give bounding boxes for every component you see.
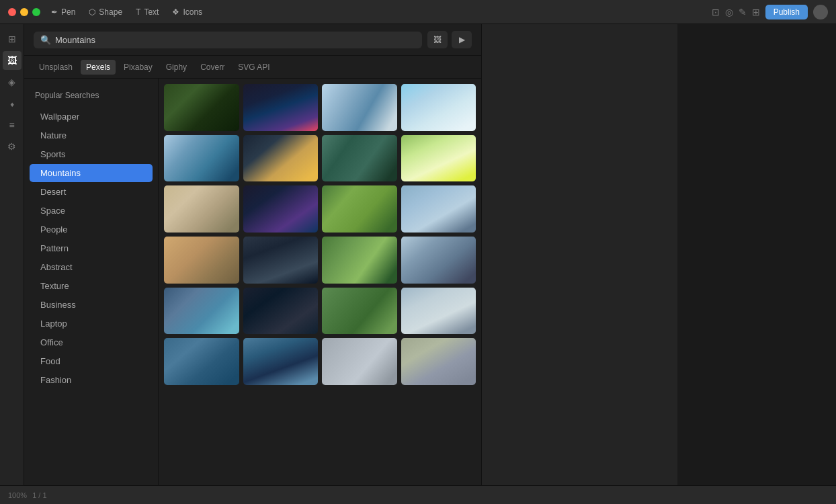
main-layout: ⊞ 🖼 ◈ ⬧ ≡ ⚙ 🔍 🖼 ▶ Unsplash Pexels Pixaba… xyxy=(0,24,836,504)
cat-texture[interactable]: Texture xyxy=(30,277,153,295)
tab-pexels[interactable]: Pexels xyxy=(81,60,116,75)
bottom-bar: 100% 1 / 1 xyxy=(0,485,836,504)
cat-abstract[interactable]: Abstract xyxy=(30,258,153,276)
search-input-wrap[interactable]: 🔍 xyxy=(34,32,422,48)
zoom-level: 100% xyxy=(8,491,27,499)
tool-pen-label: Pen xyxy=(61,7,75,17)
image-item[interactable] xyxy=(243,338,319,385)
image-item[interactable] xyxy=(401,338,476,385)
image-item[interactable] xyxy=(164,84,239,131)
tab-giphy[interactable]: Giphy xyxy=(161,60,192,75)
toolbar-tools: ✒ Pen ⬡ Shape T Text ❖ Icons xyxy=(51,7,701,17)
cat-mountains[interactable]: Mountains xyxy=(30,164,153,182)
categories-sidebar: Popular Searches Wallpaper Nature Sports… xyxy=(24,79,159,504)
image-grid xyxy=(164,84,476,385)
filter-video-button[interactable]: ▶ xyxy=(452,31,472,48)
cat-sports[interactable]: Sports xyxy=(30,145,153,163)
avatar[interactable] xyxy=(813,5,828,19)
cat-business[interactable]: Business xyxy=(30,296,153,314)
image-item[interactable] xyxy=(164,185,239,233)
tool-shape-label: Shape xyxy=(99,7,122,17)
search-input[interactable] xyxy=(55,35,415,45)
media-panel: 🔍 🖼 ▶ Unsplash Pexels Pixabay Giphy Cove… xyxy=(24,24,481,504)
cat-people[interactable]: People xyxy=(30,220,153,239)
image-item[interactable] xyxy=(401,84,476,131)
cat-food[interactable]: Food xyxy=(30,352,153,370)
image-item[interactable] xyxy=(401,135,476,182)
filter-buttons: 🖼 ▶ xyxy=(427,31,472,48)
filter-image-button[interactable]: 🖼 xyxy=(427,31,448,48)
text-icon: T xyxy=(136,7,140,17)
cat-laptop[interactable]: Laptop xyxy=(30,314,153,333)
source-tabs: Unsplash Pexels Pixabay Giphy Coverr SVG… xyxy=(24,56,481,79)
pen-icon: ✒ xyxy=(51,7,58,17)
toolbar-icon-1[interactable]: ⊡ xyxy=(712,7,720,17)
image-item[interactable] xyxy=(401,185,476,233)
image-item[interactable] xyxy=(322,237,397,284)
tool-components[interactable]: ◈ xyxy=(3,73,22,91)
image-item[interactable] xyxy=(243,84,319,131)
tab-unsplash[interactable]: Unsplash xyxy=(34,60,78,75)
image-item[interactable] xyxy=(322,288,397,335)
popular-searches-title: Popular Searches xyxy=(24,87,158,107)
maximize-button[interactable] xyxy=(32,8,40,16)
traffic-lights xyxy=(8,8,40,16)
icons-icon: ❖ xyxy=(172,7,179,17)
tool-text-label: Text xyxy=(144,7,159,17)
publish-button[interactable]: Publish xyxy=(765,5,808,19)
image-item[interactable] xyxy=(322,338,397,385)
image-item[interactable] xyxy=(243,185,319,233)
toolbar-icon-2[interactable]: ◎ xyxy=(725,7,733,17)
toolbar-right: ⊡ ◎ ✎ ⊞ Publish xyxy=(712,5,828,19)
right-panel xyxy=(481,24,677,504)
image-item[interactable] xyxy=(164,338,239,385)
tool-settings[interactable]: ⚙ xyxy=(3,137,22,156)
page-indicator: 1 / 1 xyxy=(32,491,46,499)
cat-space[interactable]: Space xyxy=(30,202,153,220)
tool-icons[interactable]: ❖ Icons xyxy=(172,7,202,17)
cat-wallpaper[interactable]: Wallpaper xyxy=(30,108,153,126)
tools-sidebar: ⊞ 🖼 ◈ ⬧ ≡ ⚙ xyxy=(0,24,24,504)
toolbar-icon-4[interactable]: ⊞ xyxy=(752,7,760,17)
image-item[interactable] xyxy=(401,237,476,284)
titlebar: ✒ Pen ⬡ Shape T Text ❖ Icons ⊡ ◎ ✎ ⊞ Pub… xyxy=(0,0,836,24)
tool-layers[interactable]: ⊞ xyxy=(3,30,22,48)
image-item[interactable] xyxy=(164,237,239,284)
shape-icon: ⬡ xyxy=(89,7,95,17)
cat-desert[interactable]: Desert xyxy=(30,183,153,201)
image-item[interactable] xyxy=(164,135,239,182)
search-icon: 🔍 xyxy=(40,35,51,45)
image-item[interactable] xyxy=(243,237,319,284)
image-item[interactable] xyxy=(401,288,476,335)
search-bar: 🔍 🖼 ▶ xyxy=(24,24,481,56)
close-button[interactable] xyxy=(8,8,16,16)
toolbar-icon-3[interactable]: ✎ xyxy=(739,7,747,17)
tool-brand[interactable]: ⬧ xyxy=(3,94,22,113)
cat-office[interactable]: Office xyxy=(30,333,153,351)
image-item[interactable] xyxy=(322,185,397,233)
content-area: Popular Searches Wallpaper Nature Sports… xyxy=(24,79,481,504)
cat-pattern[interactable]: Pattern xyxy=(30,239,153,257)
tool-icons-label: Icons xyxy=(183,7,202,17)
image-item[interactable] xyxy=(322,135,397,182)
tool-text[interactable]: T Text xyxy=(136,7,159,17)
tool-media[interactable]: 🖼 xyxy=(3,51,22,70)
image-item[interactable] xyxy=(243,135,319,182)
minimize-button[interactable] xyxy=(20,8,28,16)
cat-nature[interactable]: Nature xyxy=(30,126,153,144)
cat-fashion[interactable]: Fashion xyxy=(30,371,153,389)
image-item[interactable] xyxy=(164,288,239,335)
image-grid-container xyxy=(159,79,481,504)
tool-pen[interactable]: ✒ Pen xyxy=(51,7,75,17)
tab-coverr[interactable]: Coverr xyxy=(195,60,230,75)
image-item[interactable] xyxy=(322,84,397,131)
tab-pixabay[interactable]: Pixabay xyxy=(118,60,158,75)
tab-svgapi[interactable]: SVG API xyxy=(233,60,275,75)
image-item[interactable] xyxy=(243,288,319,335)
tool-data[interactable]: ≡ xyxy=(3,116,22,134)
tool-shape[interactable]: ⬡ Shape xyxy=(89,7,122,17)
